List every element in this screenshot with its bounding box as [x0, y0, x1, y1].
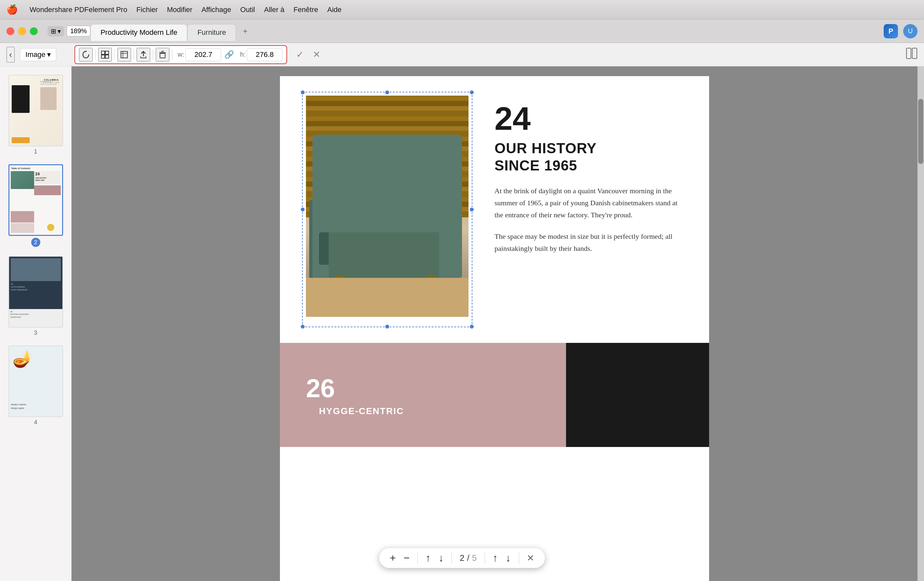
menu-modifier[interactable]: Modifier: [167, 5, 192, 14]
menu-affichage[interactable]: Affichage: [201, 5, 231, 14]
page-nav-bar: + − ↑ ↓ 2 / 5 ↑ ↓ ✕: [380, 548, 545, 568]
svg-rect-1: [101, 51, 105, 54]
width-input[interactable]: [185, 48, 221, 61]
height-input[interactable]: [247, 48, 282, 61]
scrollbar[interactable]: [917, 66, 924, 581]
split-view-button[interactable]: [906, 48, 917, 61]
menu-fenetre[interactable]: Fenêtre: [294, 5, 318, 14]
menu-fichier[interactable]: Fichier: [136, 5, 158, 14]
cancel-button[interactable]: ✕: [313, 49, 320, 60]
tab-furniture[interactable]: Furniture: [187, 24, 236, 41]
pdf-chapter-number: 24: [495, 102, 683, 135]
menu-outil[interactable]: Outil: [240, 5, 255, 14]
link-dimensions-icon[interactable]: 🔗: [224, 50, 234, 59]
menu-aide[interactable]: Aide: [327, 5, 342, 14]
prev-page-button[interactable]: ↑: [493, 552, 498, 564]
separator5: [172, 50, 172, 60]
delete-button[interactable]: [156, 48, 169, 61]
svg-rect-2: [106, 51, 109, 54]
scrollbar-thumb[interactable]: [918, 99, 923, 164]
separator: [95, 50, 96, 60]
tab-productivity[interactable]: Productivity Modern Life: [91, 24, 187, 41]
maximize-window-button[interactable]: [30, 27, 38, 35]
rotate-image-button[interactable]: [79, 48, 92, 61]
svg-rect-8: [160, 53, 165, 58]
zoom-out-button[interactable]: −: [403, 552, 410, 564]
close-window-button[interactable]: [7, 27, 14, 35]
nav-separator-1: [417, 552, 418, 564]
pdf-top-section: 24 OUR HISTORY SINCE 1965 At the brink o…: [280, 76, 709, 343]
handle-top-center[interactable]: [384, 90, 390, 95]
toolbar: ‹ Image ▾: [0, 43, 924, 66]
crop-button[interactable]: [117, 48, 131, 61]
nav-separator-4: [518, 552, 519, 564]
separator2: [114, 50, 115, 60]
menu-app-name[interactable]: Wondershare PDFelement Pro: [30, 5, 127, 14]
zoom-selector[interactable]: 189%: [67, 26, 91, 36]
handle-top-right[interactable]: [469, 90, 474, 95]
svg-rect-4: [106, 55, 109, 58]
separator3: [134, 50, 134, 60]
dropdown-arrow-icon: ▾: [47, 50, 51, 59]
content-area[interactable]: 24 OUR HISTORY SINCE 1965 At the brink o…: [71, 66, 917, 581]
sofa-image: [306, 96, 469, 317]
svg-rect-11: [906, 48, 911, 58]
image-actions-toolbar: w: 🔗 h:: [74, 45, 287, 64]
page-3-number: 3: [34, 329, 37, 336]
zoom-in-button[interactable]: +: [390, 552, 396, 564]
menu-aller-a[interactable]: Aller à: [264, 5, 284, 14]
fit-page-up-button[interactable]: ↑: [426, 552, 431, 564]
current-page: 2: [460, 553, 464, 563]
apple-logo-icon[interactable]: 🍎: [7, 4, 18, 15]
page-3-thumbnail: 28OUTSTANDINGCRAFTSMANSHIP 30NATURAL BUI…: [8, 256, 63, 328]
sofa-floor: [306, 278, 469, 317]
sidebar: COLUMBIA COLLECTIVE INSPIRED BYTHE COLLE…: [0, 66, 71, 581]
svg-rect-5: [121, 51, 127, 58]
chevron-down-icon: ▾: [58, 27, 61, 35]
handle-bottom-center[interactable]: [384, 324, 390, 329]
nav-close-button[interactable]: ✕: [527, 553, 534, 563]
sidebar-page-3[interactable]: 28OUTSTANDINGCRAFTSMANSHIP 30NATURAL BUI…: [0, 253, 71, 339]
page-info: 2 / 5: [460, 553, 477, 563]
total-pages: 5: [472, 553, 477, 563]
pink-section-number: 26: [306, 374, 404, 403]
image-container[interactable]: [306, 96, 469, 323]
height-label: h:: [240, 51, 246, 58]
handle-bottom-right[interactable]: [469, 324, 474, 329]
handle-top-left[interactable]: [300, 90, 305, 95]
sidebar-page-1[interactable]: COLUMBIA COLLECTIVE INSPIRED BYTHE COLLE…: [0, 71, 71, 159]
multi-page-button[interactable]: [98, 48, 112, 61]
page-separator: /: [467, 553, 469, 563]
page-2-number: 2: [31, 238, 40, 247]
tab-add-button[interactable]: +: [239, 25, 252, 38]
thumb-toc: Table of Contents: [12, 167, 31, 169]
handle-middle-left[interactable]: [300, 207, 305, 212]
sidebar-page-2[interactable]: Table of Contents 24 OUR HISTORYSINCE 19…: [0, 161, 71, 250]
user-avatar[interactable]: U: [903, 24, 917, 38]
pdf-body-paragraph-2: The space may be modest in size but it i…: [495, 230, 683, 255]
grid-view-icon: ⊞: [51, 27, 56, 35]
back-button[interactable]: ‹: [7, 47, 15, 63]
sidebar-page-4[interactable]: 🪔 Modern interiordesign space 4: [0, 342, 71, 429]
main-layout: COLUMBIA COLLECTIVE INSPIRED BYTHE COLLE…: [0, 66, 924, 581]
handle-bottom-left[interactable]: [300, 324, 305, 329]
minimize-window-button[interactable]: [18, 27, 26, 35]
confirm-button[interactable]: ✓: [296, 49, 304, 60]
next-page-button[interactable]: ↓: [506, 552, 511, 564]
tab-bar: ⊞ ▾ 189% Productivity Modern Life Furnit…: [0, 20, 924, 43]
image-type-label: Image: [25, 50, 45, 59]
handle-middle-right[interactable]: [469, 207, 474, 212]
width-label: w:: [178, 51, 184, 58]
tab-productivity-label: Productivity Modern Life: [101, 28, 177, 37]
page-4-thumbnail: 🪔 Modern interiordesign space: [8, 346, 63, 417]
fit-page-down-button[interactable]: ↓: [439, 552, 444, 564]
pdf-chapter-heading: OUR HISTORY SINCE 1965: [495, 140, 683, 174]
app-icon: P: [884, 24, 898, 38]
pink-dark-box: [566, 343, 709, 447]
share-button[interactable]: [137, 48, 150, 61]
tab-furniture-label: Furniture: [197, 28, 226, 37]
tab-right-icons: P U: [884, 24, 924, 38]
view-toggle[interactable]: ⊞ ▾: [48, 26, 64, 36]
image-type-dropdown[interactable]: Image ▾: [20, 48, 56, 61]
page-1-thumbnail: COLUMBIA COLLECTIVE INSPIRED BYTHE COLLE…: [8, 75, 63, 146]
